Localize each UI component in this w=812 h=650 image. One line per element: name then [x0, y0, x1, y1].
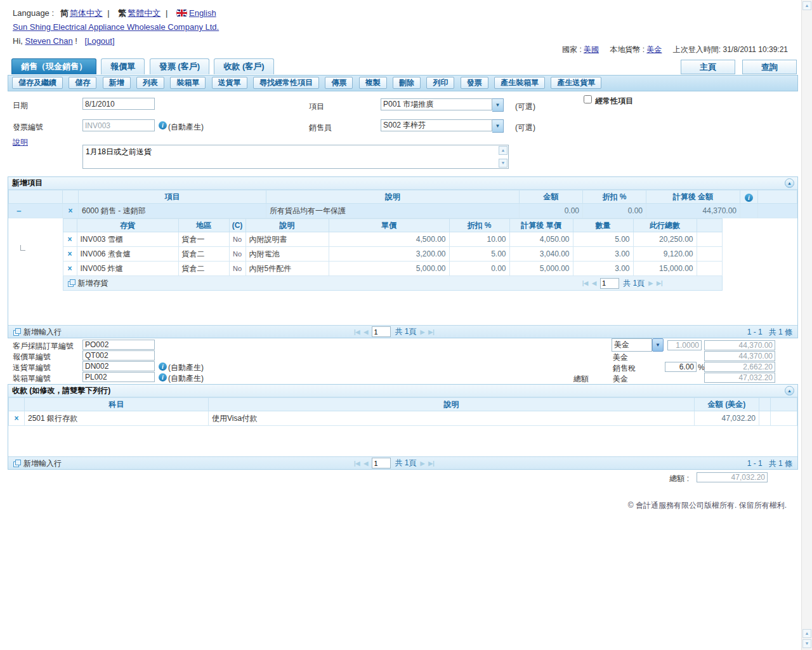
separator: | [166, 8, 167, 18]
pager-prev-button[interactable] [592, 280, 596, 286]
qt-input[interactable] [82, 350, 155, 361]
find-recurring-button[interactable]: 尋找經常性項目 [253, 77, 319, 89]
add-line-link[interactable]: 新增輸入行 [13, 327, 62, 338]
salesman-select-input[interactable] [381, 119, 492, 131]
description-link[interactable]: 說明 [13, 137, 28, 148]
total-input[interactable] [697, 472, 768, 482]
language-link-traditional[interactable]: 繁體中文 [128, 8, 160, 18]
tab-quotation[interactable]: 報價單 [101, 58, 145, 74]
print-button[interactable]: 列印 [426, 77, 454, 89]
tab-receipt-customer[interactable]: 收款 (客戶) [214, 58, 273, 74]
currency-select-input[interactable] [612, 338, 652, 352]
pager-first-button[interactable] [354, 460, 360, 467]
scrollbar-up-icon[interactable] [802, 629, 811, 638]
new-button[interactable]: 新增 [103, 77, 131, 89]
language-link-simplified[interactable]: 简体中文 [70, 8, 103, 18]
traditional-prefix: 繁 [118, 8, 126, 18]
enquiry-button[interactable]: 查詢 [742, 60, 797, 74]
po-input[interactable] [82, 340, 155, 350]
project-dropdown-arrow-icon[interactable] [492, 98, 504, 112]
receipt-row[interactable]: 2501 銀行存款 使用Visa付款 47,032.20 [9, 411, 797, 426]
pager-next-button[interactable] [648, 280, 653, 286]
copy-button[interactable]: 複製 [359, 77, 387, 89]
local-amount-input[interactable] [704, 351, 775, 361]
stock-desc: 內附說明書 [246, 232, 329, 247]
reference-and-totals: 客戶採購訂單編號 報價單編號 送貨單編號 (自動產生) 裝箱單編號 (自動產生)… [8, 338, 798, 384]
vertical-scrollbar[interactable] [801, 0, 812, 650]
collapse-section-icon[interactable] [785, 386, 794, 395]
pager-prev-button[interactable] [363, 460, 368, 467]
delete-icon[interactable] [67, 249, 72, 258]
add-line-link[interactable]: 新增輸入行 [13, 458, 62, 469]
list-button[interactable]: 列表 [136, 77, 164, 89]
pager-last-button[interactable] [428, 460, 434, 467]
pager-last-button[interactable] [657, 280, 662, 286]
project-select-input[interactable] [381, 98, 492, 110]
stock-qty: 3.00 [573, 262, 633, 276]
tab-invoice-customer[interactable]: 發票 (客戶) [150, 58, 209, 74]
textarea-scroll-up-button[interactable] [499, 146, 508, 155]
stock-line-total: 20,250.00 [633, 232, 697, 247]
stock-desc: 內附5件配件 [246, 262, 329, 276]
stock-net-unit-price: 3,040.00 [509, 247, 573, 262]
delete-icon[interactable] [14, 414, 18, 423]
col-desc: 說明 [266, 190, 520, 204]
collapse-row-icon[interactable] [16, 206, 22, 216]
pager-last-button[interactable] [428, 329, 434, 335]
pager-page-input[interactable] [600, 278, 619, 289]
exchange-rate-input[interactable] [667, 340, 702, 350]
delete-button[interactable]: 刪除 [393, 77, 421, 89]
language-link-english[interactable]: English [189, 8, 216, 18]
pl-input[interactable] [82, 372, 155, 382]
receipt-section-header: 收款 (如修改，請雙擊下列行) [8, 385, 797, 397]
grand-amount-input[interactable] [704, 373, 775, 383]
dn-label: 送貨單編號 [13, 362, 51, 373]
logout-link[interactable]: [Logout] [85, 36, 115, 46]
user-link[interactable]: Steven Chan [25, 36, 73, 46]
item-discount: 0.00 [583, 204, 646, 218]
pager-first-button[interactable] [582, 280, 588, 286]
save-button[interactable]: 儲存 [69, 77, 96, 89]
description-textarea[interactable]: 1月18日或之前送貨 [82, 145, 509, 169]
recurring-checkbox[interactable] [584, 95, 592, 103]
company-link[interactable]: Sun Shing Electrical Appliance Wholesale… [13, 22, 219, 32]
pager-page-input[interactable] [372, 326, 391, 337]
date-input[interactable] [82, 98, 155, 110]
po-label: 客戶採購訂單編號 [13, 341, 74, 352]
pager-next-button[interactable] [420, 329, 424, 335]
save-and-continue-button[interactable]: 儲存及繼續 [12, 77, 63, 89]
country-link[interactable]: 美國 [584, 45, 599, 54]
local-currency-link[interactable]: 美金 [646, 45, 662, 54]
info-icon [159, 362, 167, 371]
tax-rate-input[interactable] [665, 362, 697, 372]
pager-first-button[interactable] [354, 329, 360, 335]
tax-amount-input[interactable] [704, 362, 775, 372]
dn-input[interactable] [82, 361, 155, 371]
delivery-note-button[interactable]: 送貨單 [212, 77, 247, 89]
currency-dropdown-arrow-icon[interactable] [652, 338, 664, 352]
salesman-dropdown-arrow-icon[interactable] [492, 119, 504, 133]
scrollbar-up-icon[interactable] [802, 1, 811, 10]
items-section-title: 新增項目 [12, 178, 43, 187]
tab-sales-cash[interactable]: 銷售（現金銷售） [11, 58, 96, 74]
col-receipt-desc: 說明 [209, 398, 695, 411]
generate-delivery-note-button[interactable]: 產生送貨單 [551, 77, 601, 89]
add-stock-link[interactable]: 新增存貨 [68, 278, 108, 289]
delete-icon[interactable] [67, 235, 72, 244]
pager-prev-button[interactable] [363, 329, 368, 335]
pager-next-button[interactable] [420, 460, 424, 467]
pager-page-input[interactable] [372, 458, 391, 468]
voucher-button[interactable]: 傳票 [325, 77, 353, 89]
packing-list-button[interactable]: 裝箱單 [170, 77, 206, 89]
generate-packing-list-button[interactable]: 產生裝箱單 [494, 77, 545, 89]
scrollbar-down-icon[interactable] [802, 639, 811, 648]
receipt-account: 2501 銀行存款 [25, 411, 209, 426]
home-button[interactable]: 主頁 [681, 60, 735, 74]
delete-icon[interactable] [68, 206, 72, 215]
collapse-section-icon[interactable] [785, 178, 794, 188]
textarea-scroll-down-button[interactable] [499, 159, 508, 168]
amount-input[interactable] [704, 340, 775, 350]
delete-icon[interactable] [67, 264, 72, 273]
invoice-button[interactable]: 發票 [461, 77, 488, 89]
invoice-no-input[interactable] [82, 119, 155, 131]
